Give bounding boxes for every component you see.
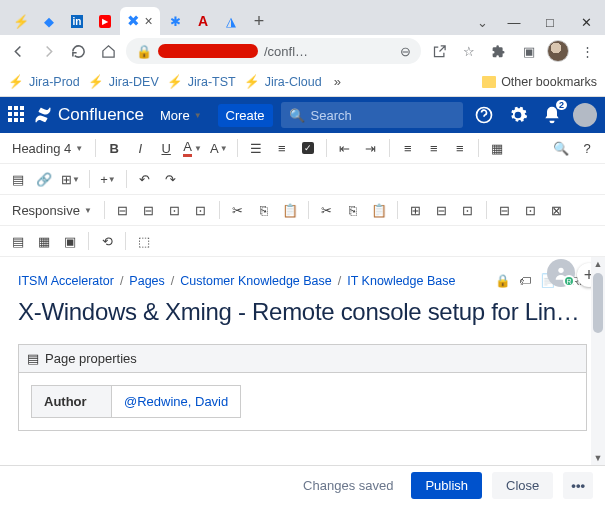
bookmark-item[interactable]: ⚡Jira-Prod (8, 74, 80, 89)
number-list-button[interactable]: ≡ (270, 136, 294, 160)
scroll-down[interactable]: ▼ (593, 453, 603, 465)
browser-tab[interactable]: ◮ (218, 7, 244, 35)
crumb-link[interactable]: ITSM Accelerator (18, 274, 114, 288)
notifications-button[interactable]: 2 (539, 102, 565, 128)
del-row-button[interactable]: ⊟ (493, 198, 517, 222)
outdent-button[interactable]: ⇤ (333, 136, 357, 160)
align-right-button[interactable]: ≡ (448, 136, 472, 160)
close-window-button[interactable]: ✕ (569, 10, 603, 35)
browser-tab[interactable]: ⚡ (8, 7, 34, 35)
text-color-button[interactable]: A▼ (180, 136, 205, 160)
col-before-button[interactable]: ⊡ (163, 198, 187, 222)
insert-file-button[interactable]: ▤ (6, 167, 30, 191)
app-switcher[interactable] (8, 106, 26, 124)
bookmark-item[interactable]: ⚡Jira-Cloud (244, 74, 322, 89)
author-header[interactable]: Author (32, 386, 112, 418)
collaborator-avatar[interactable]: R (547, 259, 575, 287)
bullet-list-button[interactable]: ☰ (244, 136, 268, 160)
macro-btn-5[interactable]: ⬚ (132, 229, 156, 253)
browser-tab[interactable]: ▶ (92, 7, 118, 35)
browser-tab[interactable]: in (64, 7, 90, 35)
user-avatar[interactable] (573, 103, 597, 127)
tab-dropdown[interactable]: ⌄ (467, 10, 497, 35)
scroll-up[interactable]: ▲ (593, 259, 603, 271)
settings-button[interactable] (505, 102, 531, 128)
copy-col-button[interactable]: ⎘ (341, 198, 365, 222)
properties-table[interactable]: Author @Redwine, David (31, 385, 241, 418)
row-after-button[interactable]: ⊟ (137, 198, 161, 222)
browser-tab[interactable]: ✱ (162, 7, 188, 35)
macro-btn-3[interactable]: ▣ (58, 229, 82, 253)
zoom-icon[interactable]: ⊖ (400, 44, 411, 59)
browser-tab[interactable]: ◆ (36, 7, 62, 35)
italic-button[interactable]: I (128, 136, 152, 160)
undo-button[interactable]: ↶ (133, 167, 157, 191)
tab-close-button[interactable]: × (145, 13, 153, 29)
help-toolbar-button[interactable]: ? (575, 136, 599, 160)
labels-icon[interactable]: 🏷 (519, 274, 532, 288)
scrollbar[interactable]: ▲ ▼ (591, 257, 605, 467)
extensions-button[interactable] (487, 39, 511, 63)
cut-row-button[interactable]: ✂ (226, 198, 250, 222)
page-title[interactable]: X-Windows & Xming - Remote console setup… (18, 298, 587, 326)
cut-col-button[interactable]: ✂ (315, 198, 339, 222)
url-field[interactable]: 🔒 /confl… ⊖ (126, 38, 421, 64)
copy-row-button[interactable]: ⎘ (252, 198, 276, 222)
paste-col-button[interactable]: 📋 (367, 198, 391, 222)
paste-row-button[interactable]: 📋 (278, 198, 302, 222)
maximize-button[interactable]: □ (533, 10, 567, 35)
search-field[interactable]: 🔍 Search (281, 102, 463, 128)
align-center-button[interactable]: ≡ (422, 136, 446, 160)
indent-button[interactable]: ⇥ (359, 136, 383, 160)
redo-button[interactable]: ↷ (159, 167, 183, 191)
more-actions-button[interactable]: ••• (563, 472, 593, 499)
back-button[interactable] (6, 39, 30, 63)
heading-select[interactable]: Heading 4▼ (6, 136, 89, 160)
underline-button[interactable]: U (154, 136, 178, 160)
more-menu[interactable]: More▼ (152, 104, 210, 127)
restrictions-icon[interactable]: 🔒 (495, 273, 511, 288)
browser-tab-active[interactable]: ✖ × (120, 7, 160, 35)
reload-button[interactable] (66, 39, 90, 63)
more-format-button[interactable]: A▼ (207, 136, 231, 160)
crumb-link[interactable]: Customer Knowledge Base (180, 274, 331, 288)
align-left-button[interactable]: ≡ (396, 136, 420, 160)
share-button[interactable] (427, 39, 451, 63)
split-button[interactable]: ⊟ (430, 198, 454, 222)
layout-button[interactable]: ▦ (485, 136, 509, 160)
create-button[interactable]: Create (218, 104, 273, 127)
publish-button[interactable]: Publish (411, 472, 482, 499)
browser-menu-button[interactable]: ⋮ (575, 39, 599, 63)
crumb-link[interactable]: IT Knowledge Base (347, 274, 455, 288)
page-properties-macro[interactable]: ▤ Page properties Author @Redwine, David (18, 344, 587, 431)
other-bookmarks[interactable]: Other bookmarks (482, 75, 597, 89)
del-col-button[interactable]: ⊡ (519, 198, 543, 222)
merge-button[interactable]: ⊞ (404, 198, 428, 222)
help-button[interactable] (471, 102, 497, 128)
find-button[interactable]: 🔍 (549, 136, 573, 160)
del-table-button[interactable]: ⊠ (545, 198, 569, 222)
minimize-button[interactable]: ― (497, 10, 531, 35)
reader-button[interactable]: ▣ (517, 39, 541, 63)
numbering-col-button[interactable]: ⊡ (456, 198, 480, 222)
confluence-logo[interactable]: Confluence (34, 105, 144, 125)
profile-avatar[interactable] (547, 40, 569, 62)
bookmark-star-button[interactable]: ☆ (457, 39, 481, 63)
task-list-button[interactable]: ✓ (296, 136, 320, 160)
author-cell[interactable]: @Redwine, David (112, 386, 241, 418)
link-button[interactable]: 🔗 (32, 167, 56, 191)
responsive-select[interactable]: Responsive▼ (6, 198, 98, 222)
bookmarks-overflow[interactable]: » (334, 74, 341, 89)
insert-more-button[interactable]: +▼ (96, 167, 120, 191)
bold-button[interactable]: B (102, 136, 126, 160)
bookmark-item[interactable]: ⚡Jira-TST (167, 74, 236, 89)
forward-button[interactable] (36, 39, 60, 63)
bookmark-item[interactable]: ⚡Jira-DEV (88, 74, 159, 89)
row-before-button[interactable]: ⊟ (111, 198, 135, 222)
close-button[interactable]: Close (492, 472, 553, 499)
macro-btn-1[interactable]: ▤ (6, 229, 30, 253)
crumb-link[interactable]: Pages (129, 274, 164, 288)
new-tab-button[interactable]: + (246, 7, 272, 35)
macro-btn-4[interactable]: ⟲ (95, 229, 119, 253)
col-after-button[interactable]: ⊡ (189, 198, 213, 222)
